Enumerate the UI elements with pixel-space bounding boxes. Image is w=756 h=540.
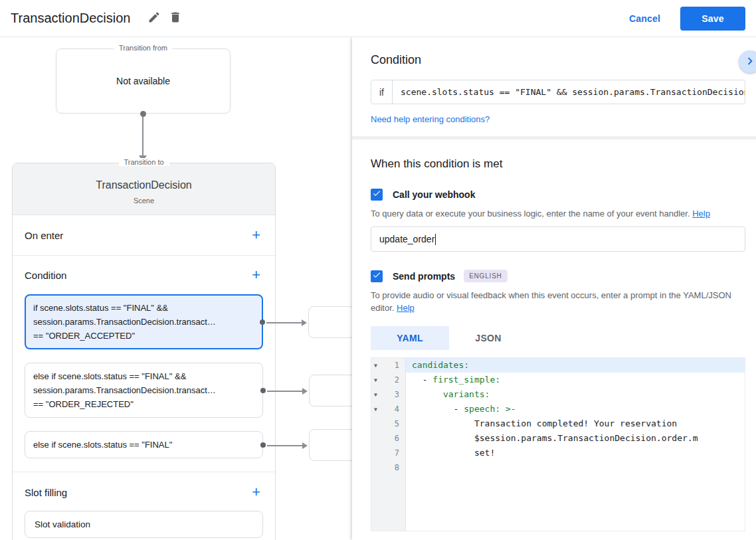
connector-dot: [260, 388, 266, 393]
line-number: 5: [383, 419, 405, 428]
webhook-checkbox[interactable]: [371, 189, 383, 201]
connector-dot: [260, 319, 265, 325]
target-scene-node[interactable]: [308, 306, 352, 338]
fold-arrow-icon[interactable]: ▼: [371, 377, 383, 383]
webhook-description: To query data or execute your business l…: [371, 207, 745, 220]
condition-item-final[interactable]: else if scene.slots.status == "FINAL": [25, 431, 263, 458]
connector-line: [142, 117, 143, 155]
line-number: 6: [383, 434, 405, 443]
if-prefix: if: [371, 80, 393, 104]
editor-gutter: ▼1 ▼2 ▼3 ▼4 5 6 7 8: [371, 358, 406, 531]
code-text: $session.params.TransactionDecision.orde…: [412, 433, 698, 443]
webhook-checkbox-row: Call your webhook: [371, 189, 745, 201]
scene-name: TransactionDecision: [21, 179, 267, 191]
text-caret: [435, 234, 436, 245]
panel-title: Condition: [371, 37, 745, 67]
condition-text: else if scene.slots.status == "FINAL" &&: [33, 369, 254, 383]
cancel-button[interactable]: Cancel: [629, 13, 660, 24]
yaml-editor[interactable]: ▼1 ▼2 ▼3 ▼4 5 6 7 8 candidates: - first_…: [371, 357, 745, 531]
prompts-label: Send prompts: [393, 271, 455, 282]
prompts-description-text: To provide audio or visual feedback when…: [371, 290, 731, 313]
on-enter-label: On enter: [25, 230, 63, 241]
slot-filling-label: Slot filling: [25, 487, 67, 498]
checkmark-icon: [372, 189, 381, 201]
scene-card-header[interactable]: TransactionDecision Scene: [13, 163, 275, 215]
condition-text: == "ORDER_ACCEPTED": [33, 329, 254, 343]
target-scene-node[interactable]: [309, 429, 352, 461]
code-line: [406, 460, 745, 475]
code-line: Transaction completed! Your reservation: [406, 416, 745, 431]
arrowhead-icon: [302, 442, 308, 449]
webhook-handler-input[interactable]: update_order: [371, 226, 745, 252]
condition-item-accepted[interactable]: if scene.slots.status == "FINAL" && sess…: [25, 294, 263, 349]
editor-code-area: candidates: - first_simple: variants: - …: [406, 358, 745, 531]
code-key: candidates:: [412, 360, 469, 370]
trash-icon: [169, 11, 182, 26]
condition-panel: Condition if scene.slots.status == "FINA…: [352, 37, 756, 540]
code-line: variants:: [406, 387, 745, 402]
code-key: first_simple:: [432, 375, 500, 385]
edit-button[interactable]: [143, 7, 165, 30]
transition-from-value: Not available: [116, 76, 170, 86]
condition-text: else if scene.slots.status == "FINAL": [33, 438, 254, 452]
line-number: 4: [383, 405, 405, 414]
webhook-label: Call your webhook: [393, 189, 475, 200]
code-text: set!: [412, 448, 495, 458]
condition-text: session.params.TransactionDecision.trans…: [33, 315, 254, 329]
webhook-help-link[interactable]: Help: [692, 209, 710, 219]
code-line: $session.params.TransactionDecision.orde…: [406, 431, 745, 446]
transition-to-card: Transition to TransactionDecision Scene …: [12, 163, 276, 540]
line-number: 3: [383, 390, 405, 399]
code-key: variants:: [443, 389, 490, 399]
on-enter-section: On enter +: [13, 215, 275, 256]
prompts-checkbox[interactable]: [371, 270, 383, 282]
save-button[interactable]: Save: [680, 7, 745, 31]
webhook-handler-value: update_order: [379, 234, 434, 244]
arrowhead-icon: [302, 319, 307, 326]
fold-arrow-icon[interactable]: ▼: [371, 392, 383, 398]
code-line: - first_simple:: [406, 373, 745, 387]
code-text: -: [412, 375, 432, 385]
scene-type: Scene: [21, 197, 267, 205]
add-condition-button[interactable]: +: [249, 266, 263, 284]
line-number: 7: [383, 448, 405, 458]
top-bar: TransactionDecision Cancel Save: [0, 0, 756, 37]
tab-yaml[interactable]: YAML: [371, 326, 449, 350]
page-title: TransactionDecision: [11, 11, 130, 26]
condition-item-rejected[interactable]: else if scene.slots.status == "FINAL" &&…: [25, 363, 263, 418]
condition-expression-row: if scene.slots.status == "FINAL" && sess…: [371, 80, 745, 104]
conditions-help-link[interactable]: Need help entering conditions?: [371, 114, 490, 124]
code-key: speech: >-: [464, 404, 516, 414]
connector-dot: [140, 111, 146, 117]
delete-button[interactable]: [165, 7, 186, 30]
add-on-enter-button[interactable]: +: [249, 226, 263, 244]
editor-tabs: YAML JSON: [371, 326, 745, 350]
line-number: 1: [383, 361, 405, 370]
condition-text: == "ORDER_REJECTED": [33, 397, 254, 411]
condition-text: session.params.TransactionDecision.trans…: [33, 383, 254, 397]
transition-from-box: Transition from Not available: [56, 48, 231, 114]
arrowhead-icon: [302, 388, 308, 395]
prompts-checkbox-row: Send prompts ENGLISH: [371, 270, 745, 282]
condition-expression-input[interactable]: scene.slots.status == "FINAL" && session…: [393, 87, 745, 97]
slot-filling-section: Slot filling +: [13, 472, 275, 509]
code-line: candidates:: [406, 358, 745, 373]
connector-arrow: [266, 322, 302, 323]
target-scene-node[interactable]: [309, 375, 352, 406]
add-slot-button[interactable]: +: [249, 484, 263, 501]
prompts-help-link[interactable]: Help: [397, 303, 415, 313]
line-number: 8: [383, 463, 405, 472]
fold-arrow-icon[interactable]: ▼: [371, 406, 383, 412]
code-line: - speech: >-: [406, 402, 745, 416]
fold-arrow-icon[interactable]: ▼: [371, 363, 383, 369]
slot-validation-item[interactable]: Slot validation: [25, 511, 263, 538]
prompts-description: To provide audio or visual feedback when…: [371, 289, 745, 314]
pencil-icon: [147, 11, 161, 26]
when-met-heading: When this condition is met: [371, 157, 745, 171]
line-number: 2: [383, 375, 405, 385]
connector-arrow: [267, 445, 303, 446]
code-text: [412, 389, 443, 399]
tab-json[interactable]: JSON: [449, 326, 527, 350]
collapse-panel-button[interactable]: [739, 50, 756, 73]
chevron-right-icon: [743, 54, 756, 70]
